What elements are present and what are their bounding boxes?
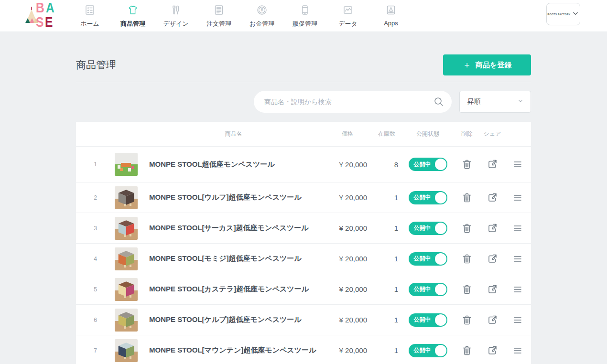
- chevron-down-icon: [517, 97, 524, 106]
- svg-text:¥: ¥: [260, 7, 263, 12]
- product-stock: 1: [371, 255, 402, 263]
- status-toggle-label: 公開中: [414, 255, 431, 263]
- product-thumbnail[interactable]: [115, 247, 138, 270]
- status-toggle-label: 公開中: [414, 346, 431, 354]
- product-name[interactable]: MONPE STOOL[モミジ]超低座モンペスツール: [143, 254, 324, 263]
- nav-item-promotion[interactable]: 販促管理: [283, 0, 326, 32]
- product-thumbnail[interactable]: [115, 217, 138, 240]
- drag-handle-icon[interactable]: [512, 284, 523, 295]
- publish-status-toggle[interactable]: 公開中: [409, 313, 447, 327]
- product-thumbnail[interactable]: [115, 278, 138, 301]
- base-logo[interactable]: BASE: [25, 5, 64, 25]
- product-thumbnail[interactable]: [115, 309, 138, 332]
- product-thumbnail[interactable]: [115, 153, 138, 176]
- main-nav: ホーム 商品管理 デザイン 注文管理: [68, 0, 412, 32]
- nav-item-apps[interactable]: Apps: [369, 0, 412, 32]
- share-button[interactable]: [487, 159, 498, 170]
- main-content: 商品管理 ＋ 商品を登録 昇順 商品名 価格 在庫数 公開状態 削除 シェア: [76, 54, 531, 364]
- products-table: 商品名 価格 在庫数 公開状態 削除 シェア 1 MONPE STOOL超低座モ…: [76, 122, 531, 364]
- nav-label: Apps: [384, 20, 398, 27]
- nav-item-money[interactable]: ¥ お金管理: [240, 0, 283, 32]
- tent-logo-icon: [25, 7, 34, 23]
- tshirt-icon: [127, 4, 139, 18]
- row-number: 3: [76, 225, 115, 232]
- nav-item-orders[interactable]: 注文管理: [197, 0, 240, 32]
- drag-handle-icon[interactable]: [512, 314, 523, 326]
- delete-button[interactable]: [461, 192, 473, 203]
- row-number: 5: [76, 286, 115, 293]
- publish-status-toggle[interactable]: 公開中: [409, 222, 447, 235]
- delete-button[interactable]: [461, 284, 473, 295]
- share-button[interactable]: [487, 345, 498, 356]
- share-button[interactable]: [487, 192, 498, 203]
- nav-label: お金管理: [249, 20, 274, 28]
- row-number: 1: [76, 161, 115, 168]
- product-thumbnail[interactable]: [115, 186, 138, 209]
- search-input[interactable]: [254, 91, 452, 113]
- product-price: ¥ 20,000: [324, 193, 371, 202]
- tools-icon: [170, 4, 182, 18]
- toggle-knob: [435, 223, 446, 234]
- page-title: 商品管理: [76, 58, 116, 72]
- add-product-button[interactable]: ＋ 商品を登録: [443, 54, 531, 75]
- yen-coin-icon: ¥: [256, 4, 268, 18]
- drag-handle-icon[interactable]: [512, 192, 523, 203]
- delete-button[interactable]: [461, 223, 473, 234]
- drag-handle-icon[interactable]: [512, 345, 523, 356]
- divider: [76, 82, 531, 82]
- sort-select[interactable]: 昇順: [459, 91, 531, 113]
- nav-label: 販促管理: [293, 20, 317, 28]
- share-button[interactable]: [487, 284, 498, 295]
- logo-wordmark: BASE: [36, 0, 64, 29]
- header-share: シェア: [480, 130, 504, 138]
- product-price: ¥ 20,000: [324, 316, 371, 324]
- publish-status-toggle[interactable]: 公開中: [409, 344, 447, 357]
- publish-status-toggle[interactable]: 公開中: [409, 283, 447, 296]
- delete-button[interactable]: [461, 314, 473, 326]
- nav-label: ホーム: [80, 20, 99, 28]
- status-toggle-label: 公開中: [414, 161, 431, 169]
- search-icon[interactable]: [434, 96, 444, 107]
- nav-item-products[interactable]: 商品管理: [111, 0, 154, 32]
- tent-app-icon: [385, 4, 397, 18]
- drag-handle-icon[interactable]: [512, 159, 523, 170]
- status-toggle-label: 公開中: [414, 316, 431, 324]
- delete-button[interactable]: [461, 253, 473, 265]
- share-button[interactable]: [487, 314, 498, 326]
- product-price: ¥ 20,000: [324, 255, 371, 263]
- product-stock: 1: [371, 224, 402, 232]
- product-name[interactable]: MONPE STOOL[ケルプ]超低座モンペスツール: [143, 315, 324, 324]
- drag-handle-icon[interactable]: [512, 253, 523, 265]
- nav-item-data[interactable]: データ: [326, 0, 369, 32]
- nav-item-home[interactable]: ホーム: [68, 0, 111, 32]
- product-price: ¥ 20,000: [324, 161, 371, 169]
- product-thumbnail[interactable]: [115, 339, 138, 362]
- top-navigation: BASE ホーム 商品管理 デザイン: [0, 0, 607, 32]
- product-name[interactable]: MONPE STOOL超低座モンペスツール: [143, 160, 324, 169]
- table-row: 1 MONPE STOOL超低座モンペスツール ¥ 20,000 8 公開中: [76, 147, 531, 182]
- table-header-row: 商品名 価格 在庫数 公開状態 削除 シェア: [76, 122, 531, 147]
- nav-item-design[interactable]: デザイン: [154, 0, 197, 32]
- share-button[interactable]: [487, 253, 498, 265]
- nav-label: データ: [338, 20, 358, 28]
- drag-handle-icon[interactable]: [512, 223, 523, 234]
- product-price: ¥ 20,000: [324, 224, 371, 232]
- toggle-knob: [435, 192, 446, 203]
- share-button[interactable]: [487, 223, 498, 234]
- publish-status-toggle[interactable]: 公開中: [409, 191, 447, 204]
- toggle-knob: [435, 253, 446, 265]
- table-row: 6 MONPE STOOL[ケルプ]超低座モンペスツール ¥ 20,000 1 …: [76, 305, 531, 335]
- delete-button[interactable]: [461, 345, 473, 356]
- account-menu-button[interactable]: ROOTS FACTORY: [546, 3, 580, 25]
- product-stock: 1: [371, 346, 402, 354]
- publish-status-toggle[interactable]: 公開中: [409, 158, 447, 171]
- product-name[interactable]: MONPE STOOL[サーカス]超低座モンペスツール: [143, 224, 324, 233]
- delete-button[interactable]: [461, 159, 473, 170]
- table-row: 3 MONPE STOOL[サーカス]超低座モンペスツール ¥ 20,000 1…: [76, 213, 531, 244]
- publish-status-toggle[interactable]: 公開中: [409, 252, 447, 266]
- product-name[interactable]: MONPE STOOL[カステラ]超低座モンペスツール: [143, 285, 324, 294]
- toggle-knob: [435, 284, 446, 295]
- table-row: 5 MONPE STOOL[カステラ]超低座モンペスツール ¥ 20,000 1…: [76, 274, 531, 305]
- product-name[interactable]: MONPE STOOL[マウンテン]超低座モンペスツール: [143, 346, 324, 355]
- product-name[interactable]: MONPE STOOL[ウルフ]超低座モンペスツール: [143, 193, 324, 202]
